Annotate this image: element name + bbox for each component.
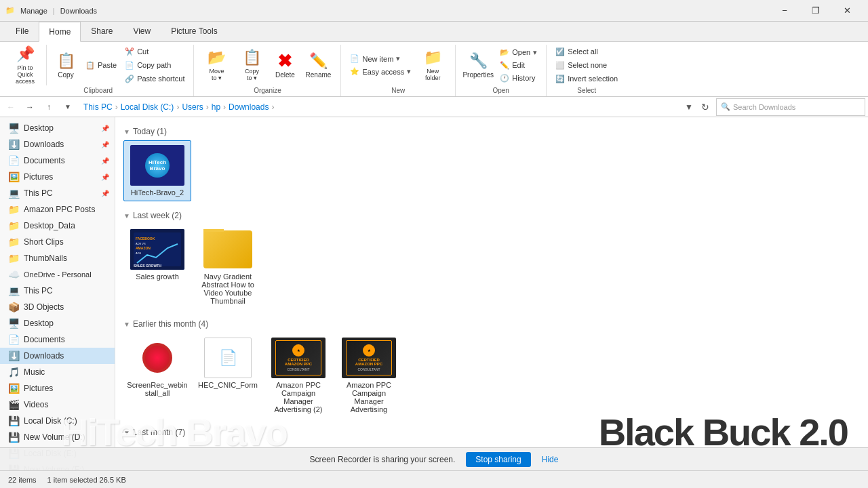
stop-sharing-button[interactable]: Stop sharing xyxy=(466,452,530,467)
bc-item-thispc[interactable]: This PC xyxy=(83,102,113,112)
sidebar-item-desktop2[interactable]: 🖥️ Desktop xyxy=(0,315,115,331)
file-amazon1[interactable]: ★ CERTIFIEDAMAZON PPC CONSULTANT Amazon … xyxy=(264,333,332,418)
sidebar-item-pictures[interactable]: 🖼️ Pictures 📌 xyxy=(0,169,115,185)
sidebar-item-newvold[interactable]: 💾 New Volume (D:) xyxy=(0,429,115,445)
sidebar-item-videos[interactable]: 🎬 Videos xyxy=(0,396,115,413)
history-button[interactable]: 🕐 History xyxy=(496,72,540,84)
today-files: HiTechBravo HiTech-Bravo_2 xyxy=(123,140,860,207)
sidebar-item-pictures2[interactable]: 🖼️ Pictures xyxy=(0,380,115,396)
sidebar-item-onedrive[interactable]: ☁️ OneDrive - Personal xyxy=(0,266,115,283)
lastmonth-label: Last month (7) xyxy=(133,428,185,437)
sidebar-item-desktop-data[interactable]: 📁 Desktop_Data xyxy=(0,218,115,234)
select-none-button[interactable]: ⬜ Select none xyxy=(552,59,621,71)
file-hitech[interactable]: HiTechBravo HiTech-Bravo_2 xyxy=(123,140,191,201)
bc-item-localdisk[interactable]: Local Disk (C:) xyxy=(121,102,174,112)
copy-button[interactable]: 📋 Copy xyxy=(51,47,81,83)
forward-button[interactable]: → xyxy=(22,99,38,115)
new-item-button[interactable]: 📄 New item ▾ xyxy=(347,53,414,65)
sidebar-item-localdiskc[interactable]: 💾 Local Disk (C:) xyxy=(0,413,115,429)
invert-label: Invert selection xyxy=(568,75,618,83)
edit-button[interactable]: ✏️ Edit xyxy=(496,59,540,71)
copy-to-button[interactable]: 📋 Copyto ▾ xyxy=(235,46,269,84)
select-all-button[interactable]: ☑️ Select all xyxy=(552,45,621,58)
amazon2-title: CERTIFIEDAMAZON PPC xyxy=(355,358,382,366)
file-hec[interactable]: 📄 HEC_CNIC_Form xyxy=(194,333,262,418)
app-icon: 📁 xyxy=(5,6,15,15)
invert-selection-button[interactable]: 🔄 Invert selection xyxy=(552,73,621,85)
sidebar-item-amazon-ppc[interactable]: 📁 Amazon PPC Posts xyxy=(0,201,115,218)
tab-share[interactable]: Share xyxy=(81,21,123,41)
file-salesgrowth[interactable]: FACEBOOK ADS VS AMAZON ADS SALES GROWTH … xyxy=(123,224,191,310)
pictures2-icon: 🖼️ xyxy=(8,383,20,394)
navygradient-thumb xyxy=(201,229,255,270)
easy-access-button[interactable]: ⭐ Easy access ▾ xyxy=(347,66,414,78)
back-button[interactable]: ← xyxy=(3,99,19,115)
pin-quick-access-button[interactable]: 📌 Pin to Quickaccess xyxy=(8,46,42,84)
section-today[interactable]: ▼ Today (1) xyxy=(123,123,860,140)
sidebar-item-downloads-pinned[interactable]: ⬇️ Downloads 📌 xyxy=(0,136,115,152)
sidebar-item-3dobjects[interactable]: 📦 3D Objects xyxy=(0,299,115,315)
close-button[interactable]: ✕ xyxy=(831,0,863,22)
section-lastmonth[interactable]: ▼ Last month (7) xyxy=(123,424,860,441)
sidebar-label-onedrive: OneDrive - Personal xyxy=(24,270,92,279)
cut-button[interactable]: ✂️ Cut xyxy=(121,45,152,58)
tab-file[interactable]: File xyxy=(5,21,39,41)
address-bar: ← → ↑ ▼ This PC › Local Disk (C:) › User… xyxy=(0,97,868,117)
maximize-button[interactable]: ❐ xyxy=(800,0,831,22)
hec-name: HEC_CNIC_Form xyxy=(198,381,258,389)
move-to-button[interactable]: 📂 Moveto ▾ xyxy=(199,46,233,84)
copy-path-button[interactable]: 📄 Copy path xyxy=(121,59,174,71)
sidebar-item-music[interactable]: 🎵 Music xyxy=(0,364,115,380)
minimize-button[interactable]: − xyxy=(769,0,800,22)
navygradient-folder xyxy=(203,230,252,268)
section-earlierthismonth[interactable]: ▼ Earlier this month (4) xyxy=(123,315,860,333)
paste-shortcut-button[interactable]: 🔗 Paste shortcut xyxy=(121,73,188,85)
file-screenrec[interactable]: ScreenRec_webinstall_all xyxy=(123,333,191,418)
new-folder-button[interactable]: 📁 Newfolder xyxy=(416,46,450,84)
short-clips-icon: 📁 xyxy=(8,237,20,247)
sidebar: 🖥️ Desktop 📌 ⬇️ Downloads 📌 📄 Documents … xyxy=(0,117,115,476)
breadcrumb[interactable]: This PC › Local Disk (C:) › Users › hp ›… xyxy=(79,98,681,116)
section-lastweek[interactable]: ▼ Last week (2) xyxy=(123,207,860,224)
history-label: History xyxy=(512,74,535,82)
cut-label: Cut xyxy=(137,47,149,56)
tab-home[interactable]: Home xyxy=(39,22,81,42)
properties-label: Properties xyxy=(462,71,494,79)
new-item-label: New item xyxy=(362,55,393,63)
sidebar-label-pictures2: Pictures xyxy=(24,384,53,393)
search-box[interactable]: 🔍 Search Downloads xyxy=(716,98,865,116)
bc-item-hp[interactable]: hp xyxy=(212,102,220,112)
bc-sep5: › xyxy=(271,102,274,112)
sidebar-label-documents: Documents xyxy=(24,156,65,165)
properties-icon: 🔧 xyxy=(469,52,488,70)
bc-item-downloads[interactable]: Downloads xyxy=(229,102,269,112)
sidebar-item-thispc-pinned[interactable]: 💻 This PC 📌 xyxy=(0,185,115,201)
properties-button[interactable]: 🔧 Properties xyxy=(461,46,495,84)
sidebar-item-thumbnails[interactable]: 📁 ThumbNails xyxy=(0,250,115,266)
sidebar-label-localdiskc: Local Disk (C:) xyxy=(24,416,77,426)
rename-button[interactable]: ✏️ Rename xyxy=(301,46,335,84)
file-amazon2[interactable]: ★ CERTIFIEDAMAZON PPC CONSULTANT Amazon … xyxy=(335,333,403,418)
sidebar-item-documents[interactable]: 📄 Documents 📌 xyxy=(0,152,115,169)
sidebar-item-documents2[interactable]: 📄 Documents xyxy=(0,331,115,348)
hide-button[interactable]: Hide xyxy=(542,455,559,464)
up-button[interactable]: ↑ xyxy=(41,99,57,115)
sidebar-item-desktop[interactable]: 🖥️ Desktop 📌 xyxy=(0,120,115,136)
today-label: Today (1) xyxy=(133,127,167,136)
open-button[interactable]: 📂 Open ▾ xyxy=(496,46,540,58)
down-button[interactable]: ▼ xyxy=(60,99,76,115)
bc-item-users[interactable]: Users xyxy=(182,102,203,112)
sidebar-item-downloads-active[interactable]: ⬇️ Downloads xyxy=(0,348,115,364)
refresh-button[interactable]: ↻ xyxy=(697,99,713,115)
screenrec-name: ScreenRec_webinstall_all xyxy=(127,381,188,397)
sidebar-item-thispc2[interactable]: 💻 This PC xyxy=(0,283,115,299)
select-none-label: Select none xyxy=(568,61,607,69)
paste-button[interactable]: 📋 Paste xyxy=(82,59,120,71)
file-navygradient[interactable]: Navy Gradient Abstract How to Video Yout… xyxy=(194,224,262,310)
sidebar-label-downloads-active: Downloads xyxy=(24,351,64,361)
sidebar-item-short-clips[interactable]: 📁 Short Clips xyxy=(0,234,115,250)
breadcrumb-dropdown[interactable]: ▼ xyxy=(684,98,694,116)
tab-picture-tools[interactable]: Picture Tools xyxy=(161,21,227,41)
tab-view[interactable]: View xyxy=(123,21,161,41)
delete-button[interactable]: ✖ Delete xyxy=(270,46,300,84)
